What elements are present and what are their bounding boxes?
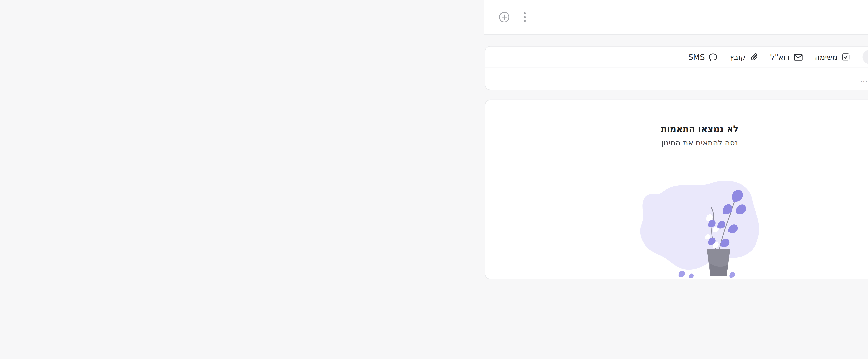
tab-file[interactable]: קובץ — [730, 53, 758, 62]
empty-state-title: לא נמצאו התאמות — [486, 123, 868, 134]
tab-label: SMS — [688, 53, 705, 62]
paperclip-icon — [750, 53, 758, 62]
envelope-icon — [794, 54, 803, 61]
top-bar: משימה: לעדכן לקוח — [484, 0, 868, 35]
composer-tabs: הערה משימה דוא"ל — [486, 46, 868, 68]
tab-note[interactable]: הערה — [863, 50, 868, 64]
timeline-card: לא נמצאו התאמות נסה להתאים את הסינון — [485, 100, 868, 280]
tab-email[interactable]: דוא"ל — [770, 53, 803, 62]
checkbox-icon — [841, 53, 850, 62]
tab-task[interactable]: משימה — [815, 53, 850, 62]
tab-sms[interactable]: SMS — [688, 53, 717, 62]
note-input[interactable]: כתוב הערה... — [486, 68, 868, 90]
app-root: משימה: לעדכן לקוח הערה — [484, 0, 868, 359]
plant-in-pot-illustration — [634, 176, 767, 280]
tab-label: משימה — [815, 53, 838, 62]
empty-state-subtitle: נסה להתאים את הסינון — [486, 138, 868, 147]
kebab-menu-icon[interactable] — [518, 10, 532, 25]
add-icon[interactable] — [497, 10, 512, 25]
tab-label: דוא"ל — [770, 53, 790, 62]
composer-card: הערה משימה דוא"ל — [485, 46, 868, 90]
chat-icon — [709, 53, 717, 61]
tab-label: קובץ — [730, 53, 746, 62]
